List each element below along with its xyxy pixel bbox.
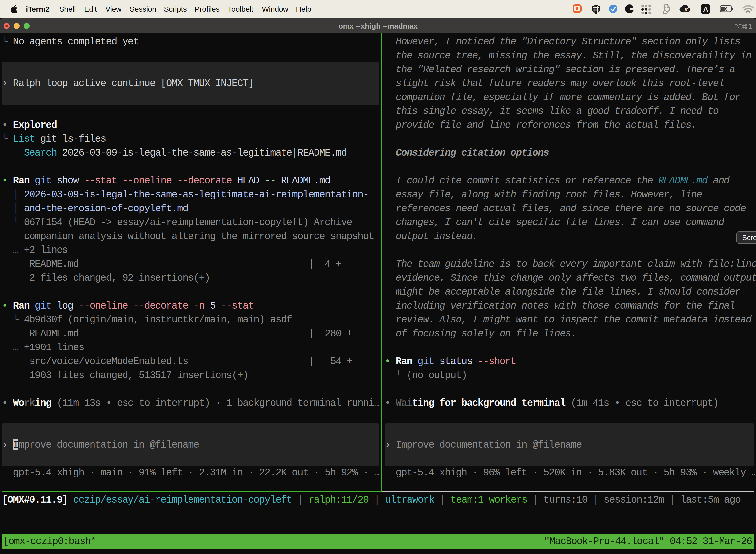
- svg-text:..61: ..61: [682, 8, 689, 12]
- svg-text:A: A: [703, 5, 708, 13]
